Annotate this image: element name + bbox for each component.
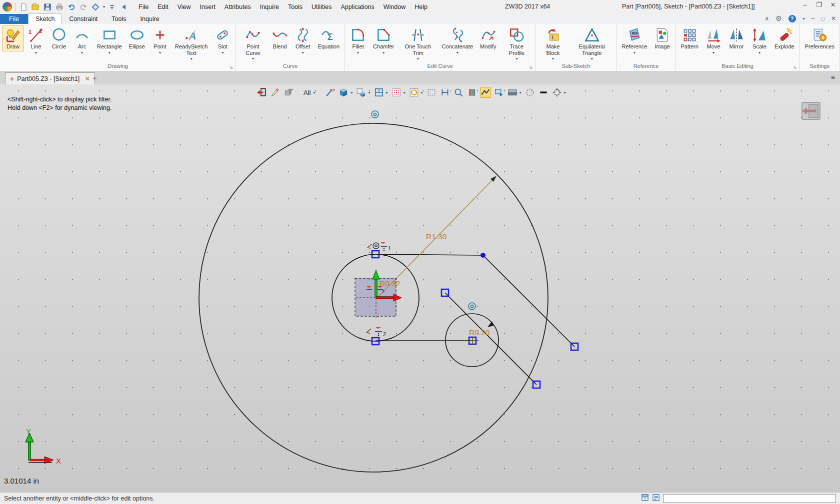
dialog-launcher-icon[interactable]: ⇘ (793, 65, 797, 70)
diagonal-line-a[interactable] (483, 255, 574, 347)
chevron-down-icon[interactable]: ▾ (222, 51, 224, 55)
one-touch-trim-button[interactable]: One Touch Trim▾ (398, 25, 438, 62)
back-icon[interactable] (119, 2, 129, 12)
chevron-down-icon[interactable]: ▾ (634, 51, 636, 55)
ribbon-tab-constraint[interactable]: Constraint (62, 14, 104, 24)
chevron-down-icon[interactable]: ▾ (302, 51, 304, 55)
preferences-button[interactable]: Preferences (802, 25, 838, 51)
arc-button[interactable]: Arc▾ (71, 25, 93, 56)
move-button[interactable]: Move▾ (702, 25, 724, 56)
sketch-canvas[interactable]: All▾XY▾▾▾▾▾▾▾ <Shift-right-click> to dis… (0, 84, 840, 492)
custom-command-dropdown-icon[interactable]: ▾ (103, 4, 105, 9)
tab-list-icon[interactable]: ≡ (831, 73, 835, 81)
dimension-r130[interactable]: R1.30 (426, 232, 447, 241)
menu-inquire[interactable]: Inquire (256, 1, 284, 12)
minimize-button[interactable]: – (801, 1, 809, 8)
custom-command-icon[interactable] (90, 2, 100, 12)
ribbon-tab-inquire[interactable]: Inquire (134, 14, 166, 24)
equilateral-triangle-button[interactable]: Equilateral Triangle▾ (570, 25, 614, 62)
menu-utilities[interactable]: Utilities (307, 1, 336, 12)
draw-button[interactable]: Draw (2, 25, 24, 51)
dimension-r032[interactable]: R0.32 (380, 279, 400, 288)
undo-icon[interactable] (66, 2, 76, 12)
slot-button[interactable]: Slot▾ (212, 25, 234, 56)
ribbon-tab-tools[interactable]: Tools (104, 14, 133, 24)
circle-button[interactable]: Circle (48, 25, 70, 51)
dialog-launcher-icon[interactable]: ⇘ (230, 65, 234, 70)
menu-insert[interactable]: Insert (196, 1, 220, 12)
command-input[interactable] (663, 494, 836, 503)
concatenate-button[interactable]: Concatenate▾ (439, 25, 476, 56)
fillet-button[interactable]: Fillet▾ (347, 25, 369, 56)
doc-close-icon[interactable]: ✕ (831, 15, 836, 22)
reference-button[interactable]: REFReference▾ (619, 25, 650, 56)
small-circle[interactable] (446, 314, 498, 367)
rectangle-button[interactable]: Rectangle▾ (94, 25, 125, 56)
menu-view[interactable]: View (173, 1, 196, 12)
open-file-icon[interactable] (30, 2, 40, 12)
ribbon-tab-file[interactable]: File (0, 14, 28, 24)
new-file-icon[interactable] (18, 2, 28, 12)
make-block-button[interactable]: IMake Block▾ (538, 25, 568, 62)
print-icon[interactable] (54, 2, 64, 12)
point-button[interactable]: Point▾ (149, 25, 171, 56)
endpoint-dot[interactable] (480, 253, 486, 258)
restore-button[interactable]: ❐ (815, 1, 823, 8)
chevron-down-icon[interactable]: ▾ (456, 51, 458, 55)
help-dropdown-icon[interactable]: ▾ (803, 16, 805, 21)
chevron-down-icon[interactable]: ▾ (35, 51, 37, 55)
exit-sketch-watermark[interactable] (802, 102, 820, 119)
menu-help[interactable]: Help (410, 1, 432, 12)
chevron-down-icon[interactable]: ▾ (190, 57, 192, 61)
menu-tools[interactable]: Tools (284, 1, 307, 12)
document-tab[interactable]: + Part005.Z3 - [Sketch1] ✕ (5, 72, 95, 84)
chevron-down-icon[interactable]: ▾ (591, 57, 593, 61)
close-button[interactable]: ✕ (829, 1, 837, 8)
chevron-down-icon[interactable]: ▾ (252, 57, 254, 61)
scale-button[interactable]: Scale▾ (748, 25, 770, 56)
chevron-down-icon[interactable]: ▾ (382, 51, 384, 55)
chamfer-button[interactable]: Chamfer▾ (370, 25, 397, 56)
menu-attributes[interactable]: Attributes (220, 1, 256, 12)
menu-file[interactable]: File (134, 1, 153, 12)
explode-button[interactable]: Explode (772, 25, 798, 51)
offset-button[interactable]: Offset▾ (292, 25, 314, 56)
menu-edit[interactable]: Edit (153, 1, 173, 12)
ellipse-button[interactable]: Ellipse (126, 25, 148, 51)
chevron-down-icon[interactable]: ▾ (758, 51, 760, 55)
gear-icon[interactable]: ⚙ (776, 14, 782, 22)
mirror-button[interactable]: Mirror (726, 25, 748, 51)
diagonal-line-b[interactable] (445, 293, 536, 385)
doc-minimize-icon[interactable]: – (812, 15, 815, 22)
chevron-down-icon[interactable]: ▾ (516, 57, 518, 61)
dialog-launcher-icon[interactable]: ⇘ (529, 65, 533, 70)
pattern-button[interactable]: Pattern (678, 25, 701, 51)
chevron-down-icon[interactable]: ▾ (357, 51, 359, 55)
chevron-down-icon[interactable]: ▾ (712, 51, 714, 55)
point-curve-button[interactable]: Point Curve▾ (238, 25, 268, 62)
trace-profile-button[interactable]: Trace Profile▾ (500, 25, 533, 62)
blend-button[interactable]: Blend (269, 25, 291, 51)
dimension-r020[interactable]: R0.20 (469, 328, 490, 337)
table-icon[interactable] (641, 494, 649, 503)
chevron-down-icon[interactable]: ▾ (417, 57, 419, 61)
line-button[interactable]: 12Line▾ (25, 25, 47, 56)
help-icon[interactable]: ? (788, 15, 796, 22)
doc-restore-icon[interactable]: □ (821, 15, 824, 21)
chevron-down-icon[interactable]: ▾ (552, 57, 554, 61)
modify-button[interactable]: Modify (477, 25, 499, 51)
menu-applications[interactable]: Applications (336, 1, 378, 12)
image-button[interactable]: Image (651, 25, 673, 51)
chevron-down-icon[interactable]: ▾ (108, 51, 110, 55)
tab-close-icon[interactable]: ✕ (84, 75, 90, 82)
equation-button[interactable]: ΣEquation (315, 25, 342, 51)
ribbon-tab-sketch[interactable]: Sketch (28, 13, 62, 24)
new-tab-button[interactable]: + (92, 74, 97, 82)
chevron-down-icon[interactable]: ▾ (81, 51, 83, 55)
list-icon[interactable] (652, 494, 660, 503)
readysketch-text-button[interactable]: AReadySketch Text▾ (172, 25, 210, 62)
toolbar-options-icon[interactable] (107, 2, 117, 12)
save-icon[interactable] (42, 2, 52, 12)
menu-window[interactable]: Window (379, 1, 410, 12)
chevron-down-icon[interactable]: ▾ (159, 51, 161, 55)
